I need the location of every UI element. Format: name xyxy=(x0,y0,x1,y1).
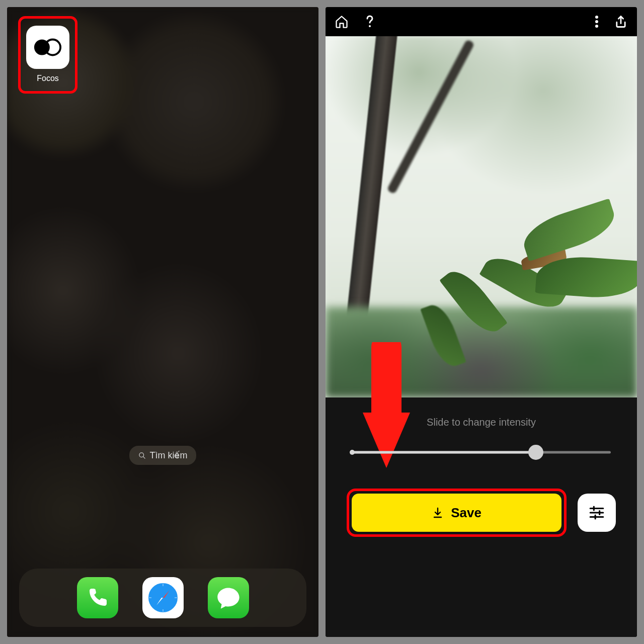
editor-topbar xyxy=(326,7,637,36)
more-button[interactable] xyxy=(595,15,599,28)
action-row: Save xyxy=(347,489,616,537)
photo-editor: Slide to change intensity Save xyxy=(326,7,637,637)
more-icon xyxy=(595,15,599,28)
messages-icon xyxy=(215,585,242,611)
search-label: Tìm kiếm xyxy=(150,450,188,461)
phone-app[interactable] xyxy=(77,577,118,618)
slider-track xyxy=(352,451,611,454)
save-button[interactable]: Save xyxy=(352,494,561,532)
focos-app[interactable] xyxy=(26,26,69,69)
focos-icon xyxy=(33,37,62,57)
help-icon xyxy=(364,15,376,29)
home-button[interactable] xyxy=(335,15,349,29)
download-icon xyxy=(432,507,444,519)
slider-start-dot xyxy=(350,450,355,455)
svg-point-14 xyxy=(595,20,598,23)
phone-icon xyxy=(86,586,110,610)
safari-app[interactable] xyxy=(142,577,184,618)
intensity-slider[interactable] xyxy=(352,446,611,458)
save-button-highlight: Save xyxy=(347,489,567,537)
svg-point-15 xyxy=(595,25,598,28)
adjust-button[interactable] xyxy=(578,494,616,532)
help-button[interactable] xyxy=(364,15,376,29)
sliders-icon xyxy=(588,504,605,521)
share-icon xyxy=(614,15,628,29)
focos-app-highlight: Focos xyxy=(18,16,77,94)
svg-line-3 xyxy=(143,456,145,458)
spotlight-search[interactable]: Tìm kiếm xyxy=(129,446,197,465)
dock xyxy=(19,569,306,627)
photo-preview[interactable] xyxy=(326,36,637,397)
home-icon xyxy=(335,15,349,29)
editor-controls: Slide to change intensity Save xyxy=(326,397,637,637)
intensity-slider-label: Slide to change intensity xyxy=(347,417,616,428)
save-button-label: Save xyxy=(451,505,481,521)
search-icon xyxy=(138,452,146,459)
messages-app[interactable] xyxy=(208,577,249,618)
ios-home-screen: Focos Tìm kiếm xyxy=(7,7,318,637)
svg-point-12 xyxy=(369,25,371,27)
focos-app-label: Focos xyxy=(37,74,59,83)
safari-icon xyxy=(145,580,181,615)
blurred-wallpaper xyxy=(7,7,318,637)
svg-point-13 xyxy=(595,16,598,19)
slider-thumb[interactable] xyxy=(528,445,543,460)
share-button[interactable] xyxy=(614,15,628,29)
